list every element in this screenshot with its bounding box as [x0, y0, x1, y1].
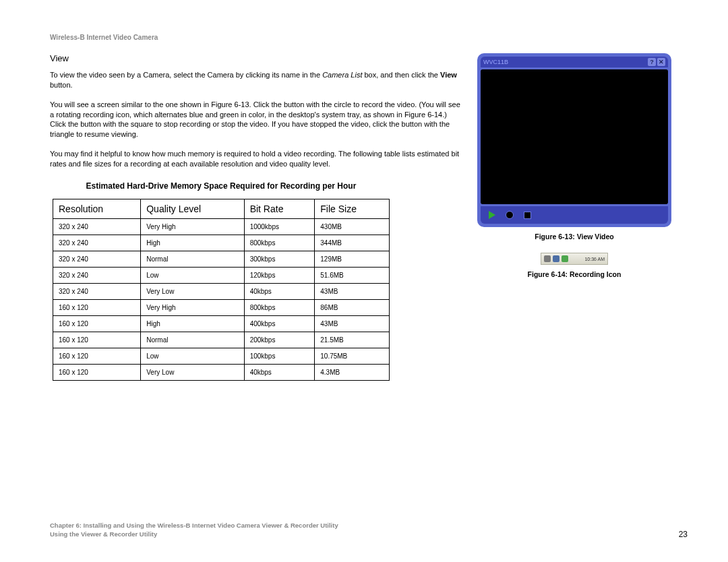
help-icon[interactable]: ? — [648, 58, 656, 66]
table-cell: 4.3MB — [315, 364, 390, 380]
stop-icon — [524, 212, 531, 219]
table-row: 320 x 240High800kbps344MB — [53, 235, 390, 251]
table-cell: 320 x 240 — [53, 235, 141, 251]
play-button[interactable] — [487, 210, 497, 220]
table-cell: 200kbps — [244, 332, 315, 348]
table-cell: 43MB — [315, 283, 390, 299]
table-cell: 40kbps — [244, 283, 315, 299]
table-cell: Low — [141, 348, 244, 364]
text: box, and then click the — [362, 71, 440, 79]
table-cell: 129MB — [315, 251, 390, 267]
table-cell: 21.5MB — [315, 332, 390, 348]
table-cell: 344MB — [315, 235, 390, 251]
table-cell: 800kbps — [244, 235, 315, 251]
table-title: Estimated Hard-Drive Memory Space Requir… — [53, 181, 390, 191]
table-cell: Very Low — [141, 283, 244, 299]
figure-6-14-caption: Figure 6-14: Recording Icon — [473, 270, 675, 278]
player-device-name: WVC11B — [483, 59, 508, 65]
table-cell: 400kbps — [244, 315, 315, 332]
table-cell: 86MB — [315, 299, 390, 315]
table-cell: 300kbps — [244, 251, 315, 267]
footer-chapter-info: Chapter 6: Installing and Using the Wire… — [50, 522, 338, 539]
play-icon — [489, 211, 495, 219]
table-row: 320 x 240Normal300kbps129MB — [53, 251, 390, 267]
table-cell: 10.75MB — [315, 348, 390, 364]
text: To view the video seen by a Camera, sele… — [50, 71, 322, 79]
video-viewport — [481, 69, 668, 204]
tray-icon — [544, 255, 551, 262]
paragraph-1: To view the video seen by a Camera, sele… — [50, 70, 461, 90]
table-row: 320 x 240Very Low40kbps43MB — [53, 283, 390, 299]
memory-table: ResolutionQuality LevelBit RateFile Size… — [53, 199, 390, 381]
table-row: 160 x 120Low100kbps10.75MB — [53, 348, 390, 364]
table-cell: High — [141, 315, 244, 332]
table-row: 160 x 120High400kbps43MB — [53, 315, 390, 332]
section-heading-view: View — [50, 53, 461, 63]
table-cell: Very High — [141, 299, 244, 315]
player-titlebar: WVC11B ? ✕ — [481, 57, 668, 67]
column-header: File Size — [315, 199, 390, 218]
table-cell: 160 x 120 — [53, 299, 141, 315]
tray-icon — [562, 255, 568, 262]
stop-button[interactable] — [522, 210, 532, 220]
figure-6-13-caption: Figure 6-13: View Video — [473, 232, 675, 241]
tray-clock: 10:36 AM — [584, 257, 605, 261]
recording-tray-icon — [553, 255, 559, 262]
table-cell: 1000kbps — [244, 218, 315, 235]
table-row: 160 x 120Normal200kbps21.5MB — [53, 332, 390, 348]
table-cell: 40kbps — [244, 364, 315, 380]
table-cell: Normal — [141, 332, 244, 348]
table-cell: Very Low — [141, 364, 244, 380]
column-header: Bit Rate — [244, 199, 315, 218]
main-content: View To view the video seen by a Camera,… — [50, 53, 461, 381]
close-icon[interactable]: ✕ — [657, 58, 665, 66]
table-cell: 430MB — [315, 218, 390, 235]
paragraph-3: You may find it helpful to know how much… — [50, 149, 461, 169]
table-cell: High — [141, 235, 244, 251]
system-tray-figure: 10:36 AM — [541, 253, 608, 265]
table-row: 160 x 120Very Low40kbps4.3MB — [53, 364, 390, 380]
camera-list-italic: Camera List — [322, 71, 362, 79]
table-cell: 160 x 120 — [53, 364, 141, 380]
table-cell: Normal — [141, 251, 244, 267]
player-controls — [481, 206, 668, 224]
table-cell: 160 x 120 — [53, 315, 141, 332]
record-icon — [506, 211, 514, 219]
table-cell: 51.6MB — [315, 267, 390, 283]
table-cell: 160 x 120 — [53, 332, 141, 348]
table-cell: 800kbps — [244, 299, 315, 315]
table-cell: Low — [141, 267, 244, 283]
text: button. — [50, 81, 73, 89]
video-player-figure: WVC11B ? ✕ — [477, 53, 671, 227]
table-cell: 320 x 240 — [53, 267, 141, 283]
record-button[interactable] — [505, 210, 514, 220]
table-cell: 160 x 120 — [53, 348, 141, 364]
paragraph-2: You will see a screen similar to the one… — [50, 100, 461, 139]
table-row: 160 x 120Very High800kbps86MB — [53, 299, 390, 315]
table-row: 320 x 240Low120kbps51.6MB — [53, 267, 390, 283]
column-header: Quality Level — [141, 199, 244, 218]
table-cell: 320 x 240 — [53, 251, 141, 267]
table-cell: 120kbps — [244, 267, 315, 283]
table-cell: 43MB — [315, 315, 390, 332]
page-number: 23 — [679, 530, 688, 539]
table-cell: 100kbps — [244, 348, 315, 364]
footer-line-2: Using the Viewer & Recorder Utility — [50, 530, 338, 539]
footer-line-1: Chapter 6: Installing and Using the Wire… — [50, 522, 338, 530]
view-bold: View — [440, 71, 457, 79]
table-row: 320 x 240Very High1000kbps430MB — [53, 218, 390, 235]
column-header: Resolution — [53, 199, 141, 218]
table-cell: Very High — [141, 218, 244, 235]
document-header: Wireless-B Internet Video Camera — [50, 34, 688, 41]
table-cell: 320 x 240 — [53, 218, 141, 235]
table-cell: 320 x 240 — [53, 283, 141, 299]
